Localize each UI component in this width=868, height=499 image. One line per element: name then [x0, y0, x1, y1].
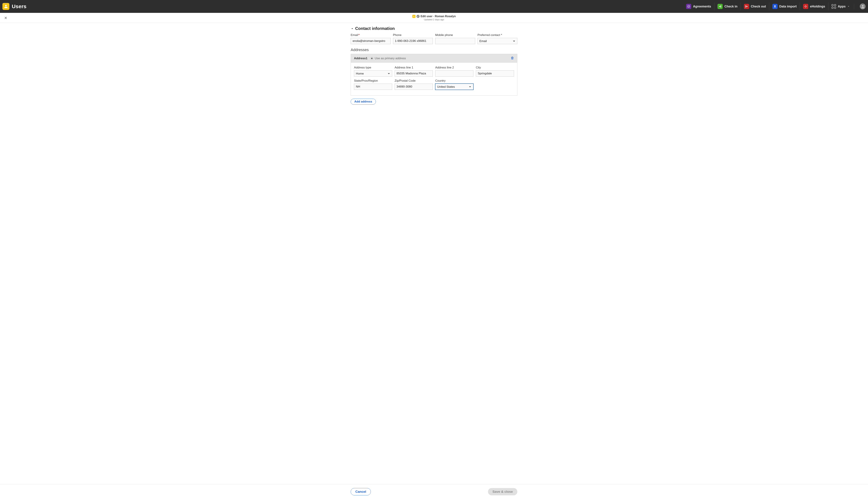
nav-check-in[interactable]: Check in	[714, 2, 741, 10]
svg-rect-2	[804, 6, 805, 7]
checkout-icon	[744, 4, 749, 9]
users-app-icon	[2, 3, 9, 10]
form-content: Contact information Email* Phone Mobile …	[349, 23, 519, 124]
mobile-input[interactable]	[435, 38, 475, 44]
email-input[interactable]	[351, 38, 391, 44]
svg-point-6	[862, 5, 864, 7]
country-group: Country United States	[435, 79, 474, 90]
state-group: State/Prov/Region	[354, 79, 392, 90]
address-type-label: Address type	[354, 66, 392, 69]
pane-subtitle: Updated 2 days ago	[424, 18, 444, 21]
radio-icon	[370, 57, 373, 60]
email-label: Email*	[351, 33, 391, 37]
close-icon	[4, 16, 8, 20]
nav-label: Apps	[838, 5, 846, 8]
app-brand: Users	[2, 3, 26, 10]
add-address-button[interactable]: Add address	[351, 99, 376, 105]
nav-label: Agreements	[693, 5, 711, 8]
country-select[interactable]: United States	[435, 84, 474, 90]
address-line1-group: Address line 1	[394, 66, 433, 77]
svg-point-0	[688, 5, 690, 8]
country-label: Country	[435, 79, 474, 83]
address-line2-label: Address line 2	[435, 66, 474, 69]
city-label: City	[476, 66, 514, 69]
phone-label: Phone	[393, 33, 433, 37]
address-card-title: Address1	[354, 57, 367, 60]
address-line2-input[interactable]	[435, 70, 474, 77]
addresses-heading: Addresses	[351, 48, 517, 52]
mobile-label: Mobile phone	[435, 33, 475, 37]
phone-field-group: Phone	[393, 33, 433, 44]
close-button[interactable]	[3, 15, 8, 21]
zip-label: Zip/Postal Code	[394, 79, 433, 83]
contact-section-toggle[interactable]: Contact information	[351, 26, 517, 31]
city-input[interactable]	[476, 70, 514, 77]
nav-apps[interactable]: Apps	[828, 2, 853, 10]
nav-label: eHoldings	[810, 5, 825, 8]
pane-header: Edit user · Roman Rosalyn Updated 2 days…	[0, 13, 868, 23]
eholdings-icon	[803, 4, 808, 9]
svg-rect-5	[805, 6, 806, 7]
preferred-contact-group: Preferred contact * Email	[478, 33, 517, 44]
checkin-icon	[717, 4, 723, 9]
phone-input[interactable]	[393, 38, 433, 44]
app-title: Users	[12, 3, 26, 9]
trash-icon	[511, 56, 514, 60]
pane-title: Edit user · Roman Rosalyn	[420, 15, 456, 18]
nav-agreements[interactable]: Agreements	[683, 2, 714, 10]
users-mini-icon	[412, 15, 415, 18]
nav-label: Check in	[725, 5, 738, 8]
preferred-contact-select[interactable]: Email	[478, 38, 517, 44]
address-card-1: Address1 Use as primary address Address …	[351, 54, 517, 96]
apps-grid-icon	[832, 4, 836, 9]
profile-avatar-icon	[860, 3, 866, 9]
dataimport-icon	[772, 4, 778, 9]
nav-label: Check out	[751, 5, 766, 8]
zip-input[interactable]	[394, 84, 433, 90]
state-input[interactable]	[354, 84, 392, 90]
nav-label: Data import	[779, 5, 797, 8]
profile-menu[interactable]	[854, 3, 866, 9]
nav-items: Agreements Check in Check out Data impor…	[683, 2, 866, 10]
chevron-down-icon	[847, 5, 850, 8]
pane-title-wrap: Edit user · Roman Rosalyn Updated 2 days…	[8, 15, 860, 21]
svg-rect-3	[806, 6, 807, 7]
state-label: State/Prov/Region	[354, 79, 392, 83]
agreements-icon	[686, 4, 691, 9]
address-line1-label: Address line 1	[394, 66, 433, 69]
delete-address-button[interactable]	[511, 56, 514, 61]
nav-check-out[interactable]: Check out	[741, 2, 769, 10]
nav-data-import[interactable]: Data import	[769, 2, 800, 10]
city-group: City	[476, 66, 514, 77]
email-field-group: Email*	[351, 33, 391, 44]
nav-eholdings[interactable]: eHoldings	[800, 2, 828, 10]
address-line2-group: Address line 2	[435, 66, 474, 77]
address-type-select[interactable]: Home	[354, 70, 392, 77]
chevron-up-icon	[351, 27, 354, 30]
address-line1-input[interactable]	[394, 70, 433, 77]
address-type-group: Address type Home	[354, 66, 392, 77]
contact-heading: Contact information	[355, 26, 395, 31]
pencil-icon	[416, 15, 419, 18]
primary-address-radio[interactable]: Use as primary address	[370, 57, 406, 60]
svg-rect-4	[805, 7, 806, 8]
zip-group: Zip/Postal Code	[394, 79, 433, 90]
svg-rect-1	[805, 5, 806, 6]
preferred-contact-label: Preferred contact *	[478, 33, 517, 37]
mobile-field-group: Mobile phone	[435, 33, 475, 44]
top-navbar: Users Agreements Check in Check out Data	[0, 0, 868, 13]
primary-address-label: Use as primary address	[375, 57, 406, 60]
address-card-header: Address1 Use as primary address	[351, 54, 517, 63]
